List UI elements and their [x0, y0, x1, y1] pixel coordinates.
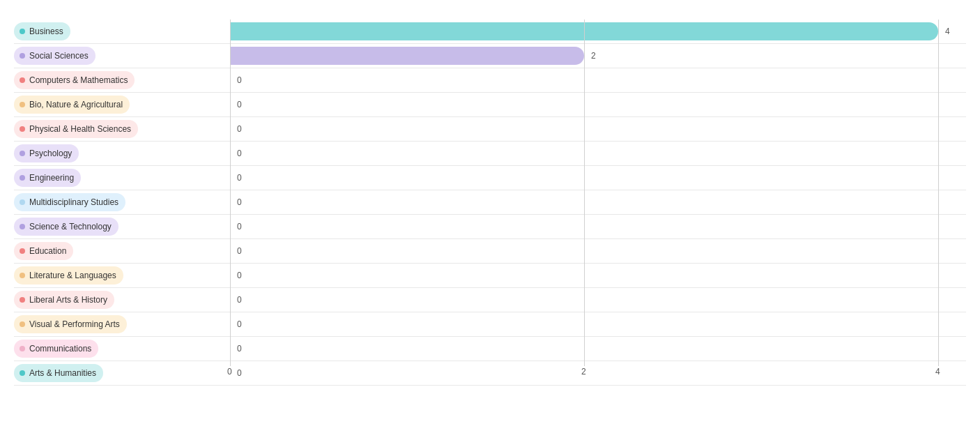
bar-dot [20, 346, 25, 351]
bar-row: Multidisciplinary Studies0 [14, 190, 966, 215]
bar-row: Education0 [14, 239, 966, 264]
bar-value-label: 4 [945, 26, 950, 36]
bar-label-text: Psychology [29, 149, 72, 158]
bar-row: Bio, Nature & Agricultural0 [14, 93, 966, 117]
bar-label-text: Bio, Nature & Agricultural [29, 100, 123, 109]
bar-row: Business4 [14, 20, 966, 44]
bar-fill-area: 0 [230, 288, 966, 312]
bar-dot [20, 297, 25, 303]
bar-label-pill: Liberal Arts & History [14, 291, 114, 309]
bar-fill [230, 47, 584, 65]
bar-row: Literature & Languages0 [14, 264, 966, 288]
bar-label-pill: Social Sciences [14, 47, 95, 65]
bar-label-pill: Bio, Nature & Agricultural [14, 96, 130, 114]
bar-label-text: Visual & Performing Arts [29, 319, 120, 329]
bar-label-pill: Business [14, 22, 70, 40]
bar-dot [20, 248, 25, 254]
chart-container: Business4Social Sciences2Computers & Mat… [0, 0, 980, 440]
bar-fill-area: 0 [230, 312, 966, 336]
bar-fill-area: 0 [230, 239, 966, 263]
bar-row: Computers & Mathematics0 [14, 68, 966, 93]
bar-row: Physical & Health Sciences0 [14, 117, 966, 142]
bar-label-text: Communications [29, 344, 91, 354]
bar-dot [20, 175, 25, 181]
bar-value-label: 2 [591, 51, 596, 61]
bar-label-pill: Multidisciplinary Studies [14, 193, 125, 211]
bar-row: Engineering0 [14, 166, 966, 190]
bar-value-label: 0 [237, 271, 242, 280]
bar-value-label: 0 [237, 319, 242, 329]
bar-fill-area: 0 [230, 68, 966, 92]
bar-dot [20, 29, 25, 34]
bar-row: Science & Technology0 [14, 215, 966, 239]
bar-fill-area: 0 [230, 264, 966, 287]
bar-value-label: 0 [237, 75, 242, 85]
bar-value-label: 0 [237, 197, 242, 207]
bar-label-text: Business [29, 26, 63, 36]
bar-label-text: Science & Technology [29, 222, 112, 232]
bar-row: Social Sciences2 [14, 44, 966, 68]
bar-fill-area: 2 [230, 44, 966, 68]
bar-fill-area: 0 [230, 93, 966, 116]
bar-dot [20, 53, 25, 59]
x-axis: 024 [14, 363, 966, 380]
bar-fill-area: 0 [230, 337, 966, 361]
x-axis-tick: 4 [935, 367, 940, 377]
bar-fill-area: 0 [230, 190, 966, 214]
bar-label-pill: Psychology [14, 144, 79, 162]
bar-label-text: Physical & Health Sciences [29, 124, 131, 134]
bar-label-pill: Engineering [14, 169, 81, 187]
bar-value-label: 0 [237, 149, 242, 158]
bar-value-label: 0 [237, 222, 242, 232]
bar-dot [20, 102, 25, 107]
chart-area: Business4Social Sciences2Computers & Mat… [14, 20, 966, 383]
bar-label-text: Social Sciences [29, 51, 89, 61]
x-axis-tick: 2 [581, 367, 586, 377]
bar-fill-area: 0 [230, 142, 966, 165]
bar-label-text: Liberal Arts & History [29, 295, 107, 305]
bar-dot [20, 273, 25, 278]
bar-value-label: 0 [237, 100, 242, 109]
bar-dot [20, 224, 25, 229]
bar-dot [20, 199, 25, 205]
bar-label-text: Education [29, 246, 66, 256]
bar-label-text: Literature & Languages [29, 271, 116, 280]
bar-dot [20, 321, 25, 327]
bar-fill [230, 22, 938, 40]
bar-fill-area: 0 [230, 166, 966, 190]
bar-fill-area: 4 [230, 20, 966, 43]
bar-label-text: Computers & Mathematics [29, 75, 128, 85]
bar-label-pill: Literature & Languages [14, 266, 123, 285]
bar-row: Psychology0 [14, 142, 966, 166]
bar-label-pill: Education [14, 242, 73, 260]
bar-row: Visual & Performing Arts0 [14, 312, 966, 337]
bar-label-pill: Communications [14, 340, 98, 358]
bar-value-label: 0 [237, 124, 242, 134]
bar-label-text: Multidisciplinary Studies [29, 197, 118, 207]
bar-value-label: 0 [237, 344, 242, 354]
bars-section: Business4Social Sciences2Computers & Mat… [14, 20, 966, 363]
bar-value-label: 0 [237, 246, 242, 256]
bar-row: Communications0 [14, 337, 966, 361]
x-axis-tick: 0 [227, 367, 232, 377]
bar-label-pill: Computers & Mathematics [14, 71, 135, 89]
bar-label-pill: Science & Technology [14, 218, 118, 236]
bar-fill-area: 0 [230, 117, 966, 141]
bar-row: Liberal Arts & History0 [14, 288, 966, 312]
bar-value-label: 0 [237, 173, 242, 183]
bar-label-pill: Visual & Performing Arts [14, 315, 127, 333]
bar-dot [20, 151, 25, 156]
bar-dot [20, 126, 25, 132]
bar-fill-area: 0 [230, 215, 966, 238]
bar-label-pill: Physical & Health Sciences [14, 120, 138, 138]
bar-dot [20, 77, 25, 83]
bar-label-text: Engineering [29, 173, 74, 183]
bar-value-label: 0 [237, 295, 242, 305]
